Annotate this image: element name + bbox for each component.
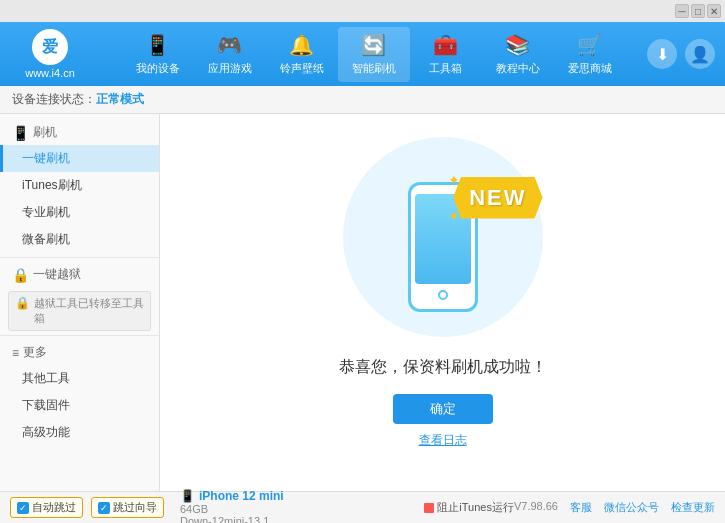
stop-icon [424,503,434,513]
sparkle-bl: ✦ [448,208,460,224]
confirm-button[interactable]: 确定 [393,394,493,424]
status-value: 正常模式 [96,91,144,108]
bottom-links: V7.98.66 客服 微信公众号 检查更新 [514,500,715,515]
sidebar: 📱 刷机 一键刷机 iTunes刷机 专业刷机 微备刷机 🔒 一键越狱 🔒 越狱… [0,114,160,491]
jailbreak-lock-icon: 🔒 [15,296,30,310]
auto-dismiss-label: 自动跳过 [32,500,76,515]
download-button[interactable]: ⬇ [647,39,677,69]
phone-illustration: ✦ NEW ✦ [333,157,553,337]
wechat-link[interactable]: 微信公众号 [604,500,659,515]
view-log-link[interactable]: 查看日志 [419,432,467,449]
nav-item-smart-flash[interactable]: 🔄智能刷机 [338,27,410,82]
status-bar: 设备连接状态： 正常模式 [0,86,725,114]
sidebar-item-pro-flash[interactable]: 专业刷机 [0,199,159,226]
sidebar-section-jailbreak-label: 一键越狱 [33,266,81,283]
nav-label-smart-flash: 智能刷机 [352,61,396,76]
jailbreak-notice-text: 越狱工具已转移至工具箱 [34,296,144,326]
nav-item-shop[interactable]: 🛒爱思商城 [554,27,626,82]
user-button[interactable]: 👤 [685,39,715,69]
nav-label-toolbox: 工具箱 [429,61,462,76]
sidebar-section-jailbreak: 🔒 一键越狱 [0,262,159,287]
sidebar-divider-2 [0,335,159,336]
checkbox-auto-dismiss[interactable]: ✓ 自动跳过 [10,497,83,518]
sidebar-item-itunes-flash[interactable]: iTunes刷机 [0,172,159,199]
sidebar-section-more-label: 更多 [23,344,47,361]
sidebar-item-data-flash[interactable]: 微备刷机 [0,226,159,253]
jailbreak-notice: 🔒 越狱工具已转移至工具箱 [8,291,151,331]
nav-label-ringtones: 铃声壁纸 [280,61,324,76]
nav-icon-shop: 🛒 [577,33,602,57]
status-prefix: 设备连接状态： [12,91,96,108]
nav-label-apps-games: 应用游戏 [208,61,252,76]
nav-icon-tutorial: 📚 [505,33,530,57]
itunes-status: 阻止iTunes运行 [424,500,514,515]
nav-label-shop: 爱思商城 [568,61,612,76]
flash-section-icon: 📱 [12,125,29,141]
skip-wizard-check: ✓ [98,502,110,514]
bottom-device: 📱 iPhone 12 mini 64GB Down-12mini-13,1 [170,489,424,524]
auto-dismiss-check: ✓ [17,502,29,514]
nav-label-my-device: 我的设备 [136,61,180,76]
sidebar-divider-1 [0,257,159,258]
checkbox-skip-wizard[interactable]: ✓ 跳过向导 [91,497,164,518]
nav-icon-toolbox: 🧰 [433,33,458,57]
nav-icon-apps-games: 🎮 [217,33,242,57]
nav-icon-smart-flash: 🔄 [361,33,386,57]
sidebar-section-flash: 📱 刷机 [0,120,159,145]
nav-label-tutorial: 教程中心 [496,61,540,76]
nav-item-my-device[interactable]: 📱我的设备 [122,27,194,82]
title-bar: ─ □ ✕ [0,0,725,22]
device-storage: 64GB [180,503,424,515]
header: 爱 www.i4.cn 📱我的设备🎮应用游戏🔔铃声壁纸🔄智能刷机🧰工具箱📚教程中… [0,22,725,86]
bottom-left: ✓ 自动跳过 ✓ 跳过向导 [10,497,170,518]
new-ribbon: NEW [453,177,542,219]
logo-url: www.i4.cn [25,67,75,79]
nav-item-apps-games[interactable]: 🎮应用游戏 [194,27,266,82]
minimize-button[interactable]: ─ [675,4,689,18]
nav-item-toolbox[interactable]: 🧰工具箱 [410,27,482,82]
nav-item-ringtones[interactable]: 🔔铃声壁纸 [266,27,338,82]
nav-icon-ringtones: 🔔 [289,33,314,57]
nav-item-tutorial[interactable]: 📚教程中心 [482,27,554,82]
success-text: 恭喜您，保资料刷机成功啦！ [339,357,547,378]
main-panel: ✦ NEW ✦ 恭喜您，保资料刷机成功啦！ 确定 查看日志 [160,114,725,491]
sidebar-item-one-click-flash[interactable]: 一键刷机 [0,145,159,172]
device-firmware: Down-12mini-13,1 [180,515,424,524]
sidebar-section-flash-label: 刷机 [33,124,57,141]
phone-home-button [438,290,448,300]
nav-icon-my-device: 📱 [145,33,170,57]
device-name: iPhone 12 mini [199,489,284,503]
bottom-status: 阻止iTunes运行 [424,500,514,515]
sidebar-item-download-firmware[interactable]: 下载固件 [0,392,159,419]
skip-wizard-label: 跳过向导 [113,500,157,515]
sidebar-item-other-tools[interactable]: 其他工具 [0,365,159,392]
header-right: ⬇ 👤 [647,39,715,69]
check-update-link[interactable]: 检查更新 [671,500,715,515]
itunes-status-label: 阻止iTunes运行 [437,500,514,515]
bottom-bar: ✓ 自动跳过 ✓ 跳过向导 📱 iPhone 12 mini 64GB Down… [0,491,725,523]
logo-icon: 爱 [32,29,68,65]
sidebar-item-advanced[interactable]: 高级功能 [0,419,159,446]
customer-service-link[interactable]: 客服 [570,500,592,515]
new-badge: ✦ NEW ✦ [453,177,542,219]
more-section-icon: ≡ [12,346,19,360]
logo-area[interactable]: 爱 www.i4.cn [10,29,90,79]
main-content: 📱 刷机 一键刷机 iTunes刷机 专业刷机 微备刷机 🔒 一键越狱 🔒 越狱… [0,114,725,491]
device-icon: 📱 [180,489,195,503]
maximize-button[interactable]: □ [691,4,705,18]
nav-bar: 📱我的设备🎮应用游戏🔔铃声壁纸🔄智能刷机🧰工具箱📚教程中心🛒爱思商城 [100,27,647,82]
lock-section-icon: 🔒 [12,267,29,283]
sidebar-section-more: ≡ 更多 [0,340,159,365]
close-button[interactable]: ✕ [707,4,721,18]
version-text: V7.98.66 [514,500,558,515]
